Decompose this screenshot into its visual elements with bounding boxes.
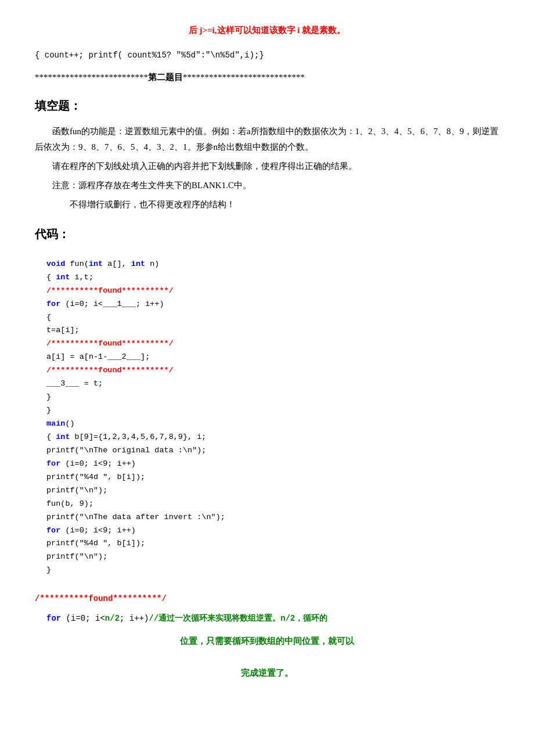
code-row-10: main() <box>46 417 488 431</box>
code-block: void fun(int a[], int n) { int i,t; /***… <box>35 252 499 584</box>
answer-section: /**********found**********/ for (i=0; i<… <box>35 592 499 681</box>
code-row-7: ___3___ = t; <box>46 377 488 391</box>
fill-para2: 请在程序的下划线处填入正确的内容并把下划线删除，使程序得出正确的结果。 <box>35 159 499 174</box>
code-row-found3: /**********found**********/ <box>46 364 488 377</box>
code-row-5: t=a[i]; <box>46 324 488 337</box>
fill-para3: 注意：源程序存放在考生文件夹下的BLANK1.C中。 <box>35 178 499 193</box>
divider-section: **************************第二题目**********… <box>35 70 499 85</box>
code-row-17: printf("\nThe data after invert :\n"); <box>46 511 488 524</box>
answer-found-comment: /**********found**********/ <box>35 592 499 606</box>
fill-para1: 函数fun的功能是：逆置数组元素中的值。例如：若a所指数组中的数据依次为：1、2… <box>35 124 499 155</box>
code-line-1: { count++; printf( count%15? "%5d":"\n%5… <box>35 49 499 63</box>
fill-section: 函数fun的功能是：逆置数组元素中的值。例如：若a所指数组中的数据依次为：1、2… <box>35 124 499 213</box>
code-row-4: { <box>46 311 488 325</box>
code-row-13: for (i=0; i<9; i++) <box>46 458 488 471</box>
code-row-15: printf("\n"); <box>46 484 488 498</box>
fill-section-title: 填空题： <box>35 96 499 116</box>
kw-void: void <box>46 260 65 268</box>
code-row-found2: /**********found**********/ <box>46 337 488 351</box>
top-note: 后 j>=i,这样可以知道该数字 i 就是素数。 <box>35 23 499 38</box>
code-row-14: printf("%4d ", b[i]); <box>46 471 488 484</box>
code-row-8: } <box>46 391 488 404</box>
divider-title: 第二题目 <box>148 73 183 82</box>
answer-explain-line1: 位置，只需要循环到数组的中间位置，就可以 <box>35 634 499 649</box>
divider-stars-right: **************************** <box>183 73 305 82</box>
divider-stars-left: ************************** <box>35 73 148 82</box>
fill-para4: 不得增行或删行，也不得更改程序的结构！ <box>35 197 499 213</box>
code-row-20: printf("\n"); <box>46 550 488 564</box>
code-row-found1: /**********found**********/ <box>46 285 488 298</box>
code-row-19: printf("%4d ", b[i]); <box>46 537 488 550</box>
code-row-12: printf("\nThe original data :\n"); <box>46 444 488 458</box>
code-row-21: } <box>46 564 488 577</box>
code-section-title: 代码： <box>35 224 499 244</box>
code-row-18: for (i=0; i<9; i++) <box>46 524 488 538</box>
code-row-16: fun(b, 9); <box>46 498 488 511</box>
code-row-6: a[i] = a[n-1-___2___]; <box>46 351 488 364</box>
code-row-1: void fun(int a[], int n) <box>46 258 488 271</box>
code-row-2: { int i,t; <box>46 271 488 285</box>
answer-explain-line2: 完成逆置了。 <box>35 666 499 681</box>
code-row-3: for (i=0; i<___1___; i++) <box>46 298 488 311</box>
code-row-11: { int b[9]={1,2,3,4,5,6,7,8,9}, i; <box>46 431 488 444</box>
answer-for-line: for (i=0; i<n/2; i++)//通过一次循环来实现将数组逆置。n/… <box>35 612 499 626</box>
code-row-9: } <box>46 404 488 417</box>
